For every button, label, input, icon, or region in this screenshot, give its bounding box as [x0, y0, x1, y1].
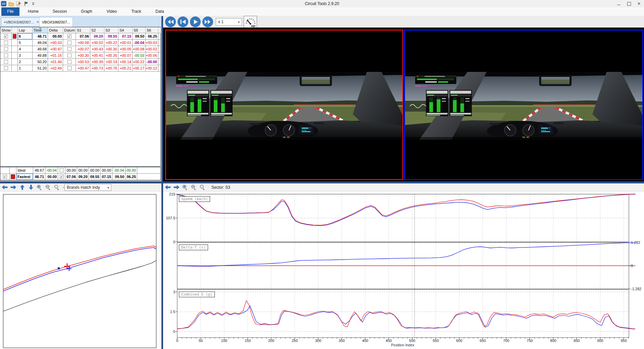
customize-caret-icon[interactable] [30, 1, 36, 7]
sector-cell-s1: 07.06 [65, 174, 77, 180]
playback-speed-select[interactable]: x 1 ▾ [216, 18, 242, 26]
open-folder-icon[interactable] [8, 1, 14, 7]
arrow-left-icon[interactable] [1, 184, 8, 191]
previous-button[interactable] [177, 16, 189, 27]
column-header-S2[interactable]: S2 [90, 27, 104, 33]
video-viewport-compare-lap[interactable] [404, 30, 643, 180]
close-button[interactable]: ✕ [634, 0, 644, 7]
table-row[interactable]: 349.88+01.16+00.30+00.41+00.35+00.07-00.… [0, 52, 160, 59]
menu-item-data[interactable]: Data [152, 7, 167, 16]
color-cell [12, 65, 18, 72]
checkbox[interactable]: ✓ [67, 34, 71, 38]
datum-cell [63, 40, 76, 46]
menu-item-track[interactable]: Track [128, 7, 145, 16]
arrow-down-icon[interactable] [28, 184, 34, 191]
zoom-out-icon[interactable] [191, 184, 197, 191]
checkbox[interactable] [4, 60, 8, 64]
menu-item-home[interactable]: Home [24, 7, 42, 16]
flag-icon[interactable] [23, 1, 29, 7]
menu-item-session[interactable]: Session [49, 7, 70, 16]
arrow-left-icon[interactable] [164, 184, 171, 191]
rewind-button[interactable] [164, 16, 177, 27]
column-header-Delta[interactable]: Delta [48, 27, 63, 33]
export-file-icon[interactable] [15, 1, 21, 7]
checkbox[interactable] [4, 47, 8, 51]
arrow-up-icon[interactable] [19, 184, 26, 191]
track-select-value: Brands Hatch Indy [67, 185, 100, 190]
app-logo: CT [1, 1, 7, 7]
column-header-Lap[interactable]: Lap [18, 27, 33, 33]
column-header-S3[interactable]: S3 [104, 27, 118, 33]
sector-cell-s6: +00.06 [146, 52, 158, 59]
checkbox[interactable] [67, 47, 71, 51]
tab-1[interactable]: VBOXSIM2007... [39, 17, 73, 27]
table-row[interactable]: 250.20+01.49+00.53+00.39+00.19+00.14+00.… [0, 59, 160, 65]
fast-forward-button[interactable] [202, 16, 214, 27]
checkbox[interactable] [67, 41, 71, 45]
datum-cell [58, 167, 65, 174]
show-cell [0, 40, 12, 46]
menu-item-graph[interactable]: Graph [78, 7, 95, 16]
menu-item-video[interactable]: Video [103, 7, 120, 16]
track-select[interactable]: Brands Hatch Indy ▾ [64, 184, 111, 191]
filler-cell [158, 27, 161, 33]
track-map[interactable] [3, 194, 156, 348]
document-tabs: +VBOXSIM2007...✕VBOXSIM2007... [0, 16, 161, 27]
zoom-in-icon[interactable] [36, 184, 43, 191]
tab-close-icon[interactable]: ✕ [36, 20, 39, 24]
checkbox[interactable] [67, 53, 71, 57]
menu-item-file[interactable]: File [1, 7, 19, 16]
sector-cell-s6: -00.00 [146, 59, 158, 65]
maximize-button[interactable] [624, 0, 634, 7]
sector-cell-s4: +00.21 [118, 65, 133, 72]
column-header-S6[interactable]: S6 [146, 27, 158, 33]
table-row[interactable]: Ideal48.67-00.0400.0000.0000.0000.00-00.… [0, 167, 160, 174]
play-button[interactable] [189, 16, 201, 27]
column-header-S4[interactable]: S4 [118, 27, 133, 33]
checkbox[interactable]: ✓ [60, 175, 64, 179]
checkbox[interactable]: ✓ [4, 34, 8, 38]
column-header-color[interactable] [12, 27, 18, 33]
delta-cell: +01.16 [48, 52, 63, 59]
column-header-Show[interactable]: Show [0, 27, 12, 33]
tab-label: +VBOXSIM2007... [4, 20, 34, 24]
column-header-Time[interactable]: Time [33, 27, 48, 33]
checkbox[interactable] [4, 66, 8, 70]
datum-cell [63, 52, 76, 59]
column-header-Datum[interactable]: Datum [63, 27, 76, 33]
checkbox[interactable]: ✓ [3, 175, 7, 179]
table-row[interactable]: ✓648.7100.00✓07.0609.2009.5507.1509.5006… [0, 33, 160, 40]
checkbox[interactable] [67, 66, 71, 70]
lap-cell: 1 [18, 65, 33, 72]
circuit-tools-window: Circuit Tools 2.9.20 CT ✕ FileHomeSessio… [0, 0, 644, 349]
sector-cell-s5: +00.08 [133, 46, 146, 52]
column-header-S5[interactable]: S5 [133, 27, 146, 33]
table-row[interactable]: 449.68+00.97+00.07+00.43+00.30+00.05+00.… [0, 46, 160, 52]
table-row[interactable]: ✓Fastest48.7100.00✓07.0609.2009.5507.150… [0, 174, 160, 180]
table-row[interactable]: 151.20+02.49+00.47+00.73+00.76+00.21+00.… [0, 65, 160, 72]
magnifier-icon[interactable] [54, 184, 60, 191]
checkbox[interactable] [4, 53, 8, 57]
hd-gauge-button[interactable]: HD [244, 16, 257, 28]
tab-0[interactable]: +VBOXSIM2007...✕ [1, 17, 42, 27]
video-viewport-fastest-lap[interactable] [165, 30, 403, 180]
window-title: Circuit Tools 2.9.20 [0, 0, 644, 7]
column-header-S1[interactable]: S1 [76, 27, 90, 33]
minimize-button[interactable] [614, 0, 624, 7]
arrow-right-icon[interactable] [10, 184, 17, 191]
color-cell [12, 52, 18, 59]
checkbox[interactable] [67, 60, 71, 64]
sector-cell-s2: +00.39 [90, 59, 104, 65]
checkbox[interactable] [4, 41, 8, 45]
table-row[interactable]: 549.04+00.33+00.08+00.02+00.22+00.01-00.… [0, 40, 160, 46]
sector-cell-s4: 00.00 [101, 167, 112, 174]
sector-cell-s3: 09.55 [104, 33, 118, 40]
zoom-out-icon[interactable] [45, 184, 52, 191]
delta-cell: +00.33 [48, 40, 63, 46]
magnifier-icon[interactable] [199, 184, 206, 191]
color-cell [10, 174, 16, 180]
checkbox[interactable] [60, 168, 64, 172]
arrow-right-icon[interactable] [173, 184, 180, 191]
zoom-in-icon[interactable] [182, 184, 189, 191]
color-cell [12, 33, 18, 40]
